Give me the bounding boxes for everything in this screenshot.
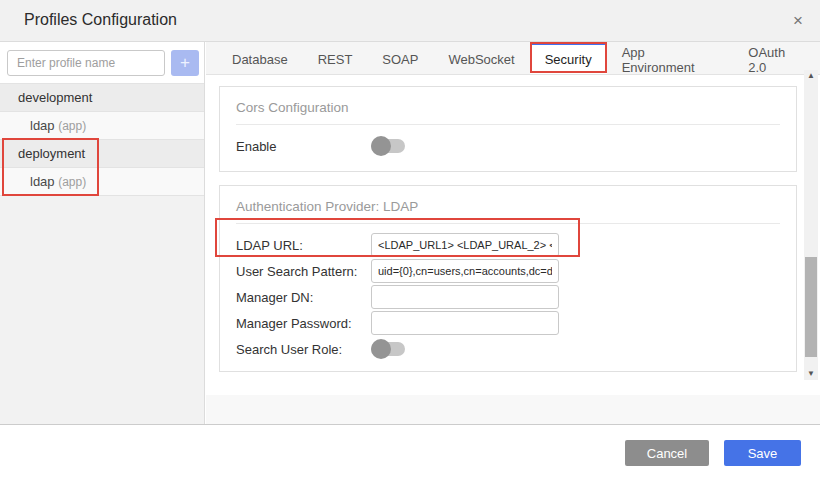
tab-database[interactable]: Database	[217, 42, 303, 74]
field-label-ldap-url: LDAP URL:	[236, 238, 371, 253]
profile-list: development ldap (app) deployment ldap (…	[0, 84, 204, 196]
app-item-suffix: (app)	[58, 175, 86, 189]
tab-websocket[interactable]: WebSocket	[433, 42, 529, 74]
dialog-footer: Cancel Save	[0, 425, 820, 480]
close-icon[interactable]: ×	[786, 9, 810, 33]
dialog-title: Profiles Configuration	[24, 11, 177, 29]
toggle-knob	[371, 136, 391, 156]
profiles-sidebar: + development ldap (app) deployment ldap…	[0, 42, 205, 424]
save-button[interactable]: Save	[724, 440, 801, 466]
field-row-manager-dn: Manager DN:	[220, 284, 796, 310]
field-label-search-user-role: Search User Role:	[236, 342, 371, 357]
settings-tabbar: Database REST SOAP WebSocket Security Ap…	[206, 42, 820, 75]
field-label-enable: Enable	[236, 139, 371, 154]
tab-soap[interactable]: SOAP	[367, 42, 433, 74]
profile-item-development[interactable]: development	[0, 84, 204, 112]
field-row-user-search-pattern: User Search Pattern:	[220, 258, 796, 284]
profile-item-label: development	[18, 90, 92, 105]
divider	[236, 124, 780, 125]
tab-label: Database	[232, 52, 288, 67]
scrollbar-thumb[interactable]	[805, 257, 817, 357]
tab-label: WebSocket	[448, 52, 514, 67]
toggle-knob	[371, 339, 391, 359]
app-item-suffix: (app)	[58, 119, 86, 133]
profile-name-input[interactable]	[7, 50, 165, 76]
section-title-cors: Cors Configuration	[236, 100, 780, 115]
app-item-ldap-development[interactable]: ldap (app)	[0, 112, 204, 140]
security-tab-content: Cors Configuration Enable Authentication…	[206, 75, 820, 395]
tab-security[interactable]: Security	[530, 42, 607, 74]
tab-app-environment[interactable]: App Environment	[607, 42, 734, 74]
manager-password-input[interactable]	[371, 311, 559, 335]
vertical-scrollbar[interactable]: ▲ ▼	[804, 70, 818, 380]
tab-label: OAuth 2.0	[748, 45, 805, 75]
ldap-provider-card: Authentication Provider: LDAP LDAP URL: …	[219, 185, 797, 372]
tab-rest[interactable]: REST	[303, 42, 368, 74]
scroll-down-icon[interactable]: ▼	[804, 368, 818, 380]
scroll-up-icon[interactable]: ▲	[804, 70, 818, 82]
field-row-ldap-url: LDAP URL:	[220, 232, 796, 258]
field-row-search-user-role: Search User Role:	[220, 336, 796, 362]
dialog-header: Profiles Configuration ×	[0, 0, 820, 42]
app-item-label: ldap	[30, 118, 55, 133]
profiles-configuration-dialog: Profiles Configuration × + development l…	[0, 0, 820, 480]
tab-label: Security	[545, 52, 592, 67]
app-item-ldap-deployment[interactable]: ldap (app)	[0, 168, 204, 196]
cancel-button[interactable]: Cancel	[625, 440, 709, 466]
field-label-user-search-pattern: User Search Pattern:	[236, 264, 371, 279]
ldap-url-input[interactable]	[371, 233, 559, 257]
user-search-pattern-input[interactable]	[371, 259, 559, 283]
section-title-ldap: Authentication Provider: LDAP	[236, 199, 780, 214]
tab-label: SOAP	[382, 52, 418, 67]
field-row-manager-password: Manager Password:	[220, 310, 796, 336]
profile-settings-panel: Database REST SOAP WebSocket Security Ap…	[206, 42, 820, 424]
tab-label: App Environment	[622, 45, 719, 75]
divider	[236, 223, 780, 224]
app-item-label: ldap	[30, 174, 55, 189]
plus-icon: +	[180, 53, 190, 72]
field-row-enable: Enable	[220, 133, 796, 159]
add-profile-button[interactable]: +	[171, 50, 199, 76]
cors-enable-toggle[interactable]	[371, 139, 405, 153]
panel-bottom-strip	[206, 395, 820, 424]
manager-dn-input[interactable]	[371, 285, 559, 309]
cors-configuration-card: Cors Configuration Enable	[219, 86, 797, 172]
profile-item-label: deployment	[18, 146, 85, 161]
field-label-manager-dn: Manager DN:	[236, 290, 371, 305]
field-label-manager-password: Manager Password:	[236, 316, 371, 331]
profile-item-deployment[interactable]: deployment	[0, 140, 204, 168]
profile-create-row: +	[0, 42, 204, 84]
search-user-role-toggle[interactable]	[371, 342, 405, 356]
tab-label: REST	[318, 52, 353, 67]
